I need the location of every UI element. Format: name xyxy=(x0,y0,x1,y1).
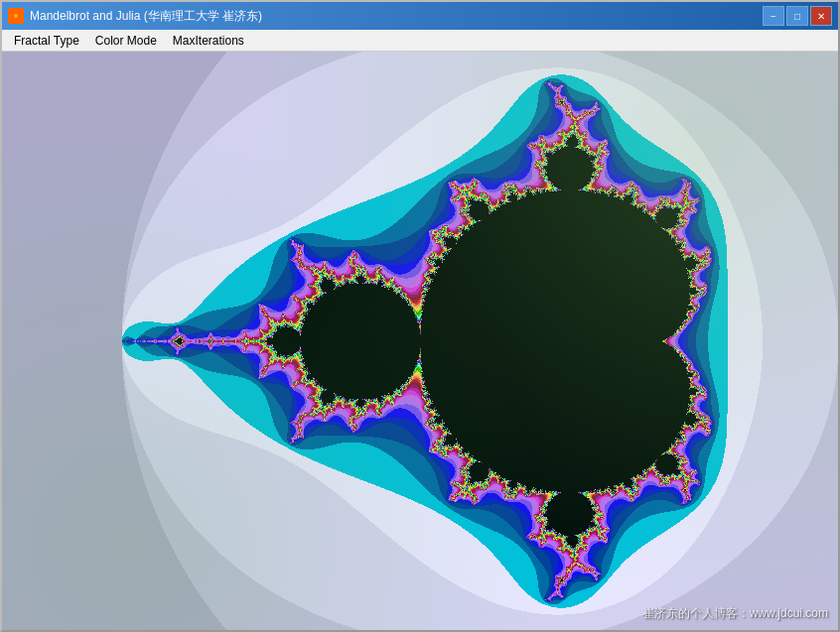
minimize-button[interactable]: − xyxy=(763,6,784,26)
menu-max-iterations[interactable]: MaxIterations xyxy=(165,31,252,51)
fractal-canvas[interactable] xyxy=(2,52,838,630)
menu-bar: Fractal Type Color Mode MaxIterations xyxy=(2,30,838,52)
maximize-button[interactable]: □ xyxy=(786,6,808,26)
app-window: Mandelbrot and Julia (华南理工大学 崔济东) − □ ✕ … xyxy=(0,0,840,632)
title-bar: Mandelbrot and Julia (华南理工大学 崔济东) − □ ✕ xyxy=(2,2,838,30)
title-controls: − □ ✕ xyxy=(763,6,832,26)
app-icon xyxy=(8,8,24,24)
window-title: Mandelbrot and Julia (华南理工大学 崔济东) xyxy=(30,8,262,25)
menu-color-mode[interactable]: Color Mode xyxy=(87,31,165,51)
svg-point-1 xyxy=(14,14,18,18)
title-bar-left: Mandelbrot and Julia (华南理工大学 崔济东) xyxy=(8,8,262,25)
close-button[interactable]: ✕ xyxy=(810,6,832,26)
menu-fractal-type[interactable]: Fractal Type xyxy=(6,31,87,51)
fractal-canvas-area[interactable]: 崔济东的个人博客：www.jdcui.com xyxy=(2,52,838,630)
